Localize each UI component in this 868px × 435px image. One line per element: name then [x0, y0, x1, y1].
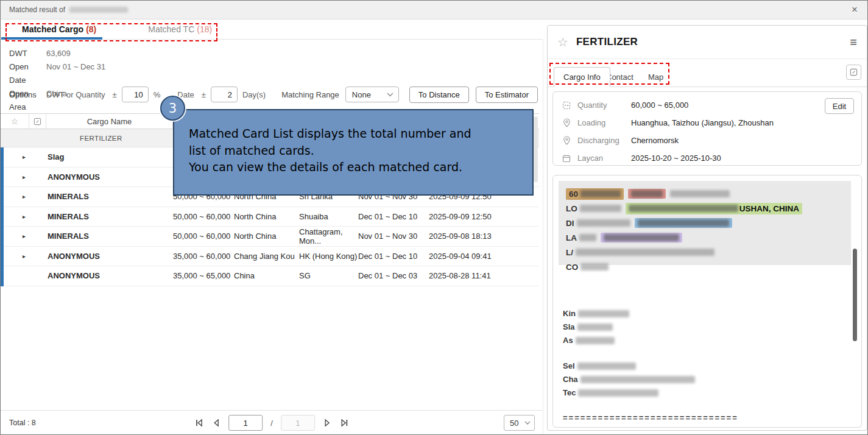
- active-tab-underline: [1, 37, 102, 40]
- pin-icon: [562, 136, 571, 145]
- next-page-button[interactable]: [323, 419, 332, 428]
- open-date-value: Nov 01 ~ Dec 31: [46, 60, 105, 87]
- menu-icon[interactable]: ≡: [850, 35, 857, 49]
- email-line-discharging: DI: [566, 216, 844, 230]
- panel-divider: [543, 40, 543, 434]
- discharging-cell: Shuaiba: [299, 212, 358, 221]
- cargo-name-cell: ANONYMOUS: [28, 271, 173, 280]
- tab-map[interactable]: Map: [648, 72, 663, 82]
- quantity-label: Quantity: [577, 101, 631, 110]
- annotation-callout: 3 Matched Card List displays the total n…: [173, 109, 534, 196]
- info-row-loading: Loading Huanghua, Taizhou (Jiangsu), Zho…: [553, 114, 861, 132]
- updated-cell: 2025-09-08 18:13: [429, 232, 539, 241]
- cargo-info-card: Quantity 60,000 ~ 65,000 Loading Huanghu…: [552, 91, 862, 166]
- expand-arrow-icon[interactable]: ▸: [23, 233, 26, 239]
- previous-page-button[interactable]: [211, 419, 221, 428]
- favorite-star-icon[interactable]: ☆: [557, 35, 568, 49]
- email-scrollbar[interactable]: [853, 249, 857, 341]
- date-tolerance-input[interactable]: [211, 87, 238, 102]
- source-email-card: 60 LO USHAN, CHINA DI LA: [552, 175, 862, 428]
- matching-range-select[interactable]: None: [345, 87, 399, 102]
- calendar-icon: [562, 154, 571, 163]
- email-line-commission: CO: [566, 260, 844, 274]
- loading-cell: China: [234, 271, 299, 280]
- redacted-text: [578, 389, 658, 397]
- tab-contact[interactable]: Contact: [606, 72, 633, 82]
- expand-arrow-icon[interactable]: ▸: [23, 193, 26, 200]
- email-line-quantity: 60: [566, 186, 844, 201]
- callout-text-line: Matched Card List displays the total num…: [189, 126, 532, 143]
- info-row-discharging: Discharging Chernomorsk: [553, 132, 861, 149]
- dwt-tolerance-input[interactable]: [122, 87, 149, 102]
- laycan-cell: Dec 01 ~ Dec 10: [358, 252, 429, 261]
- table-row[interactable]: ▸ MINERALS 50,000 ~ 60,000 North China C…: [1, 227, 539, 247]
- table-row[interactable]: ▸ MINERALS 50,000 ~ 60,000 North China S…: [1, 207, 539, 227]
- first-page-button[interactable]: [194, 419, 203, 428]
- redacted-text: [577, 219, 630, 227]
- discharging-cell: Chattagram, Mon...: [299, 227, 358, 246]
- expand-arrow-icon[interactable]: ▸: [23, 213, 26, 220]
- cargo-name-cell: ANONYMOUS: [28, 252, 173, 261]
- table-scrollbar[interactable]: [534, 116, 538, 182]
- table-row[interactable]: ▸ ANONYMOUS 35,000 ~ 65,000 China SG Dec…: [1, 266, 539, 286]
- edit-note-button[interactable]: [846, 65, 861, 80]
- highlight-cargo: [628, 189, 666, 199]
- cargo-name-column-header[interactable]: Cargo Name: [46, 114, 173, 129]
- open-date-label: Open Date: [9, 60, 46, 87]
- loading-label: Loading: [577, 118, 631, 127]
- tab-cargo-info[interactable]: Cargo Info: [554, 67, 610, 87]
- window-title: Matched result of: [9, 5, 65, 14]
- expand-arrow-icon[interactable]: ▸: [23, 154, 26, 160]
- tab-matched-tc[interactable]: Matched TC(18): [148, 24, 212, 34]
- cargo-name-cell: Slag: [28, 152, 173, 161]
- loading-cell: North China: [234, 212, 299, 221]
- to-estimator-button[interactable]: To Estimator: [476, 87, 538, 103]
- page-separator: /: [270, 419, 273, 428]
- info-row-laycan: Laycan 2025-10-20 ~ 2025-10-30: [553, 149, 861, 167]
- note-icon: [850, 68, 858, 76]
- laycan-label: Laycan: [577, 154, 631, 163]
- table-footer: Total : 8 / 1 50: [1, 410, 543, 435]
- plus-minus-sign: ±: [202, 90, 206, 99]
- dwt-value: 63,609: [46, 47, 71, 60]
- redacted-text: [578, 310, 629, 317]
- chevron-down-icon: [524, 421, 531, 425]
- cargo-name-cell: ANONYMOUS: [28, 172, 173, 182]
- quantity-cell: 35,000 ~ 65,000: [173, 271, 234, 280]
- quantity-icon: [562, 101, 571, 110]
- cargo-name-cell: MINERALS: [28, 232, 173, 241]
- email-line-loading: LO USHAN, CHINA: [566, 201, 844, 216]
- matching-options-row: Options DWT or Quantity ± % Date ± Day(s…: [9, 86, 538, 103]
- expand-arrow-icon[interactable]: ▸: [23, 174, 26, 180]
- highlight-discharging-port: [635, 218, 732, 228]
- matched-tc-count: (18): [197, 24, 212, 34]
- loading-value: Huanghua, Taizhou (Jiangsu), Zhoushan: [631, 118, 774, 127]
- tab-matched-cargo[interactable]: Matched Cargo(8): [22, 24, 96, 34]
- updated-cell: 2025-09-04 09:41: [429, 252, 539, 261]
- quantity-cell: 50,000 ~ 60,000: [173, 232, 234, 241]
- redacted-text: [577, 362, 636, 370]
- close-icon[interactable]: ×: [852, 4, 858, 15]
- redacted-text: [670, 190, 730, 197]
- matched-result-window: Matched result of × Matched Cargo(8) Mat…: [0, 0, 868, 435]
- to-distance-button[interactable]: To Distance: [409, 87, 469, 103]
- cargo-detail-panel: ☆ FERTILIZER ≡ Cargo Info Contact Map Qu…: [547, 25, 867, 431]
- cargo-name-cell: MINERALS: [28, 212, 173, 221]
- table-row[interactable]: ▸ ANONYMOUS 35,000 ~ 60,000 Chang Jiang …: [1, 247, 539, 267]
- quantity-value: 60,000 ~ 65,000: [631, 101, 688, 110]
- annotation-step-badge: 3: [160, 96, 185, 121]
- note-icon: [34, 118, 41, 126]
- email-line-lrate: L/: [566, 245, 844, 260]
- expand-arrow-icon[interactable]: ▸: [23, 253, 26, 260]
- plus-minus-sign: ±: [113, 90, 117, 99]
- highlight-loading-port: USHAN, CHINA: [626, 203, 802, 214]
- edit-button[interactable]: Edit: [825, 98, 854, 114]
- email-line-laycan: LA: [566, 230, 844, 245]
- summary-row-dwt: DWT 63,609: [9, 47, 105, 60]
- page-size-select[interactable]: 50: [504, 415, 535, 431]
- options-label: Options: [9, 90, 46, 99]
- last-page-button[interactable]: [340, 419, 349, 428]
- loading-cell: North China: [234, 232, 299, 241]
- current-page-input[interactable]: [228, 415, 263, 431]
- pagination-controls: / 1: [194, 415, 349, 431]
